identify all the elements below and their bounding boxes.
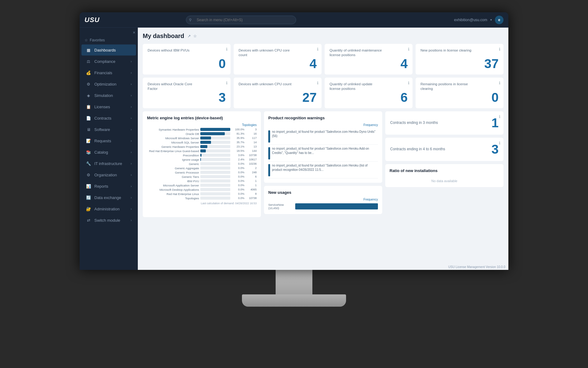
contract-info-icon[interactable]: ℹ (499, 141, 500, 145)
bar-track (200, 132, 230, 135)
administration-icon: 🔐 (86, 206, 91, 212)
user-dropdown-icon[interactable]: ▾ (490, 18, 492, 21)
bar-pct: 2.4% (232, 158, 244, 161)
search-input[interactable] (186, 16, 296, 24)
stat-label: Devices with unknown CPU core count (239, 48, 293, 57)
sidebar-item-data-exchange[interactable]: 🔄 Data exchange › (81, 192, 136, 203)
stat-value: 6 (330, 91, 408, 104)
stat-label: Quantity of unlinked maintenance license… (330, 48, 384, 57)
chart-legend: Topologies (242, 123, 257, 127)
sidebar-item-switch-module[interactable]: ⇄ Switch module › (81, 215, 136, 226)
usages-freq-label: Frequency (364, 198, 378, 201)
chevron-icon: › (131, 219, 132, 222)
sidebar-item-financials[interactable]: 💰 Financials › (81, 67, 136, 78)
stat-value: 0 (420, 91, 499, 104)
chart-footer: Last calculation of demand: 04/26/2022 1… (147, 202, 257, 205)
sidebar-favorites[interactable]: ☆ Favorites (80, 36, 138, 44)
dashboards-icon: ▦ (86, 47, 91, 53)
stat-card-1: ℹ Devices with unknown CPU core count 4 (234, 44, 322, 75)
bar-fill (200, 132, 225, 135)
ratio-panel: Ratio of new installations No data avail… (385, 164, 503, 187)
stat-info-icon[interactable]: ℹ (317, 47, 318, 52)
sidebar-item-label: Simulation (94, 93, 128, 98)
sidebar: × ☆ Favorites ▦ Dashboards ⚖ Compliance … (80, 28, 138, 270)
bar-count: 248 (246, 171, 257, 174)
bar-count: 10738 (246, 197, 257, 200)
monitor-stand-base (242, 294, 346, 307)
chart-bar-row: Generic Aggregate 0.0% 2 (147, 167, 257, 170)
stat-info-icon[interactable]: ℹ (226, 81, 228, 85)
stat-info-icon[interactable]: ℹ (499, 81, 500, 85)
contract-value: 3 (492, 142, 499, 157)
favorites-label: Favorites (90, 38, 105, 42)
stat-info-icon[interactable]: ℹ (317, 81, 318, 85)
sidebar-item-organization[interactable]: ⚙ Organization › (81, 169, 136, 180)
page-title: My dashboard (143, 33, 184, 40)
bar-pct: 0.0% (232, 171, 244, 174)
dashboard-header: My dashboard ↗ ☆ (143, 33, 503, 40)
bar-count: 10738 (246, 154, 257, 157)
warning-text: no import_product_id found for product "… (272, 163, 378, 172)
stat-card-6: ℹ Quantity of unlinked update license po… (325, 78, 413, 108)
external-link-icon[interactable]: ↗ (187, 34, 191, 38)
bar-label: Microsoft Windows Server (147, 136, 199, 140)
bar-track (200, 179, 230, 182)
bar-pct: 0.0% (232, 179, 244, 182)
avatar[interactable]: e (495, 16, 503, 24)
licenses-icon: 📋 (86, 104, 91, 109)
middle-column: Product recognition warnings Frequency n… (264, 111, 382, 214)
sidebar-item-catalog[interactable]: 📚 Catalog › (81, 147, 136, 158)
bar-fill (200, 158, 201, 161)
stat-info-icon[interactable]: ℹ (408, 81, 409, 85)
contract-card-0: Contracts ending in 3 months 1 ℹ (385, 111, 503, 135)
chevron-icon: › (131, 162, 132, 165)
reports-icon: 📊 (86, 183, 91, 189)
sidebar-item-label: Organization (94, 173, 128, 177)
sidebar-item-it-infrastructure[interactable]: 🔧 IT infrastructure › (81, 158, 136, 169)
bar-track (200, 154, 230, 157)
warnings-title: Product recognition warnings (268, 116, 378, 120)
chevron-icon: › (131, 94, 132, 97)
stat-info-icon[interactable]: ℹ (226, 47, 228, 52)
chart-bar-row: Microsoft Windows Server 35.9% 117 (147, 136, 257, 140)
sidebar-close-button[interactable]: × (133, 30, 135, 35)
bar-label: Oracle DB (147, 132, 199, 136)
stat-card-7: ℹ Remaining positions in license clearin… (416, 78, 503, 108)
sidebar-item-software[interactable]: 🖥 Software › (81, 124, 136, 135)
sidebar-item-requests[interactable]: 📝 Requests › (81, 135, 136, 146)
chevron-icon: › (131, 139, 132, 143)
stat-value: 0 (148, 57, 226, 70)
bar-count: 4065 (246, 188, 257, 191)
warning-bar (268, 164, 270, 176)
sidebar-item-optimization[interactable]: ⚙ Optimization › (81, 79, 136, 90)
bar-count: 10617 (246, 158, 257, 161)
sidebar-item-administration[interactable]: 🔐 Administration › (81, 203, 136, 214)
sidebar-item-licenses[interactable]: 📋 Licenses › (81, 101, 136, 112)
bar-label: Topologies (147, 197, 199, 200)
monitor-stand-neck (276, 270, 312, 294)
usages-title: New usages (268, 190, 378, 195)
sidebar-item-compliance[interactable]: ⚖ Compliance › (81, 56, 136, 67)
bar-label: Generic (147, 162, 199, 166)
sidebar-item-label: Financials (94, 71, 128, 75)
stat-info-icon[interactable]: ℹ (499, 47, 500, 52)
favorite-icon[interactable]: ☆ (193, 34, 197, 38)
contract-info-icon[interactable]: ℹ (499, 114, 500, 119)
chart-bar-row: Generic Processor 0.0% 248 (147, 171, 257, 174)
chart-bar-row: Topologies 0.0% 10738 (147, 197, 257, 200)
sidebar-item-label: Contracts (94, 116, 128, 121)
bar-count: 144 (246, 149, 257, 152)
chevron-icon: › (131, 117, 132, 120)
catalog-icon: 📚 (86, 149, 91, 155)
sidebar-item-contracts[interactable]: 📄 Contracts › (81, 113, 136, 124)
sidebar-item-dashboards[interactable]: ▦ Dashboards (81, 44, 136, 56)
sidebar-item-simulation[interactable]: ◈ Simulation › (81, 90, 136, 101)
bar-track (200, 175, 230, 178)
bar-pct: 100.0% (232, 128, 244, 131)
stat-value: 37 (420, 57, 499, 70)
bar-track (200, 184, 230, 187)
sidebar-item-reports[interactable]: 📊 Reports › (81, 181, 136, 192)
user-email[interactable]: exhibition@usu.com (454, 18, 487, 22)
sidebar-item-label: Switch module (94, 218, 128, 223)
stat-info-icon[interactable]: ℹ (408, 47, 409, 52)
